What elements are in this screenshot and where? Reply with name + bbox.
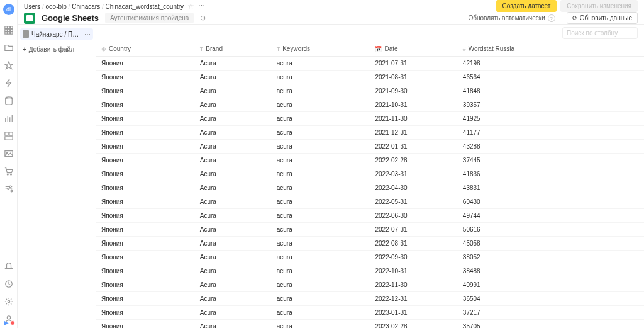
- cell-wordstat: 43831: [458, 181, 644, 195]
- cell-country: Япония: [96, 320, 195, 329]
- history-icon[interactable]: [4, 279, 14, 289]
- svg-point-15: [7, 174, 8, 175]
- table-row[interactable]: ЯпонияAcuraacura2022-08-3145058: [96, 237, 644, 251]
- cell-wordstat: 38488: [458, 264, 644, 278]
- column-search-input[interactable]: [562, 27, 638, 39]
- table-row[interactable]: ЯпонияAcuraacura2023-01-3137217: [96, 306, 644, 320]
- data-grid[interactable]: ⊕CountryTBrandTKeywords📅Date#Wordstat Ru…: [96, 42, 644, 328]
- table-row[interactable]: ЯпонияAcuraacura2022-02-2837445: [96, 154, 644, 167]
- breadcrumb-item[interactable]: Chinacars: [72, 3, 100, 10]
- cell-keywords: acura: [272, 154, 370, 167]
- cell-date: 2022-02-28: [370, 154, 457, 167]
- bell-icon[interactable]: [4, 261, 14, 271]
- apps-icon[interactable]: [4, 25, 14, 35]
- cell-brand: Acura: [195, 320, 272, 329]
- breadcrumb-item[interactable]: Users: [24, 3, 40, 10]
- table-row[interactable]: ЯпонияAcuraacura2022-06-3049744: [96, 209, 644, 223]
- cell-keywords: acura: [272, 306, 370, 320]
- cell-keywords: acura: [272, 71, 370, 84]
- table-row[interactable]: ЯпонияAcuraacura2022-01-3143288: [96, 140, 644, 154]
- column-header[interactable]: TBrand: [195, 42, 272, 57]
- cell-wordstat: 37445: [458, 154, 644, 167]
- left-rail: dl: [0, 0, 18, 328]
- cell-keywords: acura: [272, 209, 370, 223]
- app-logo[interactable]: dl: [3, 4, 14, 15]
- cell-date: 2022-06-30: [370, 209, 457, 223]
- plus-icon: +: [23, 46, 26, 53]
- lightning-icon[interactable]: [4, 78, 14, 88]
- favorite-star-icon[interactable]: ☆: [187, 2, 194, 11]
- svg-rect-8: [10, 32, 13, 35]
- cell-date: 2022-05-31: [370, 195, 457, 209]
- gallery-icon[interactable]: [4, 149, 14, 159]
- cell-wordstat: 40991: [458, 278, 644, 292]
- file-more-icon[interactable]: ⋯: [84, 31, 91, 38]
- table-row[interactable]: ЯпонияAcuraacura2022-04-3043831: [96, 181, 644, 195]
- table-row[interactable]: ЯпонияAcuraacura2023-02-2835705: [96, 320, 644, 329]
- cell-wordstat: 41836: [458, 167, 644, 181]
- table-row[interactable]: ЯпонияAcuraacura2021-10-3139357: [96, 98, 644, 112]
- table-row[interactable]: ЯпонияAcuraacura2022-07-3150616: [96, 223, 644, 237]
- cell-country: Япония: [96, 237, 195, 251]
- save-changes-button[interactable]: Сохранить изменения: [560, 0, 638, 12]
- cell-keywords: acura: [272, 223, 370, 237]
- column-header[interactable]: TKeywords: [272, 42, 370, 57]
- cart-icon[interactable]: [4, 166, 14, 176]
- cell-country: Япония: [96, 209, 195, 223]
- table-row[interactable]: ЯпонияAcuraacura2022-05-3160430: [96, 195, 644, 209]
- table-row[interactable]: ЯпонияAcuraacura2022-10-3138488: [96, 264, 644, 278]
- settings-icon[interactable]: [4, 184, 14, 194]
- column-header[interactable]: #Wordstat Russia: [458, 42, 644, 57]
- database-icon[interactable]: [4, 96, 14, 106]
- connection-title: Google Sheets: [42, 13, 99, 23]
- star-icon[interactable]: [4, 60, 14, 71]
- table-row[interactable]: ЯпонияAcuraacura2021-09-3041848: [96, 84, 644, 98]
- column-header[interactable]: 📅Date: [370, 42, 457, 57]
- create-dataset-button[interactable]: Создать датасет: [496, 0, 557, 12]
- cell-keywords: acura: [272, 278, 370, 292]
- more-menu-icon[interactable]: ⋯: [198, 2, 206, 10]
- svg-rect-6: [4, 32, 7, 35]
- table-row[interactable]: ЯпонияAcuraacura2021-07-3142198: [96, 57, 644, 71]
- breadcrumb-item[interactable]: ooo-blp: [45, 3, 66, 10]
- play-icon[interactable]: ▶: [4, 319, 9, 326]
- cell-brand: Acura: [195, 209, 272, 223]
- column-header[interactable]: ⊕Country: [96, 42, 195, 57]
- cell-wordstat: 38052: [458, 251, 644, 264]
- table-row[interactable]: ЯпонияAcuraacura2022-11-3040991: [96, 278, 644, 292]
- gear-icon[interactable]: [4, 297, 14, 307]
- add-file-button[interactable]: + Добавить файл: [20, 42, 93, 57]
- svg-point-18: [7, 188, 9, 190]
- table-row[interactable]: ЯпонияAcuraacura2021-12-3141177: [96, 126, 644, 140]
- cell-keywords: acura: [272, 167, 370, 181]
- cell-keywords: acura: [272, 140, 370, 154]
- cell-brand: Acura: [195, 84, 272, 98]
- chart-icon[interactable]: [4, 113, 14, 123]
- cell-keywords: acura: [272, 126, 370, 140]
- svg-rect-12: [4, 137, 12, 140]
- svg-point-16: [10, 174, 11, 175]
- table-row[interactable]: ЯпонияAcuraacura2021-11-3041925: [96, 112, 644, 126]
- breadcrumb-item[interactable]: Chinacart_wordstat_country: [106, 3, 184, 10]
- table-row[interactable]: ЯпонияAcuraacura2021-08-3146564: [96, 71, 644, 84]
- cell-country: Япония: [96, 112, 195, 126]
- cell-country: Япония: [96, 264, 195, 278]
- cell-date: 2021-10-31: [370, 98, 457, 112]
- help-icon[interactable]: ?: [548, 14, 555, 22]
- google-sheets-icon: [24, 13, 35, 24]
- refresh-data-button[interactable]: ⟳Обновить данные: [567, 12, 638, 24]
- add-auth-icon[interactable]: ⊕: [200, 14, 206, 22]
- table-row[interactable]: ЯпонияAcuraacura2022-03-3141836: [96, 167, 644, 181]
- dashboard-icon[interactable]: [4, 131, 14, 141]
- svg-rect-7: [8, 32, 10, 35]
- table-row[interactable]: ЯпонияAcuraacura2022-09-3038052: [96, 251, 644, 264]
- cell-date: 2022-11-30: [370, 278, 457, 292]
- table-row[interactable]: ЯпонияAcuraacura2022-12-3136504: [96, 292, 644, 306]
- folder-icon[interactable]: [4, 43, 14, 53]
- cell-date: 2022-10-31: [370, 264, 457, 278]
- column-type-icon: #: [463, 46, 466, 52]
- auto-refresh-toggle[interactable]: Обновлять автоматически?: [468, 14, 555, 22]
- cell-country: Япония: [96, 195, 195, 209]
- file-item[interactable]: Чайнакарс / Популярность... ⋯: [20, 28, 93, 40]
- cell-date: 2022-04-30: [370, 181, 457, 195]
